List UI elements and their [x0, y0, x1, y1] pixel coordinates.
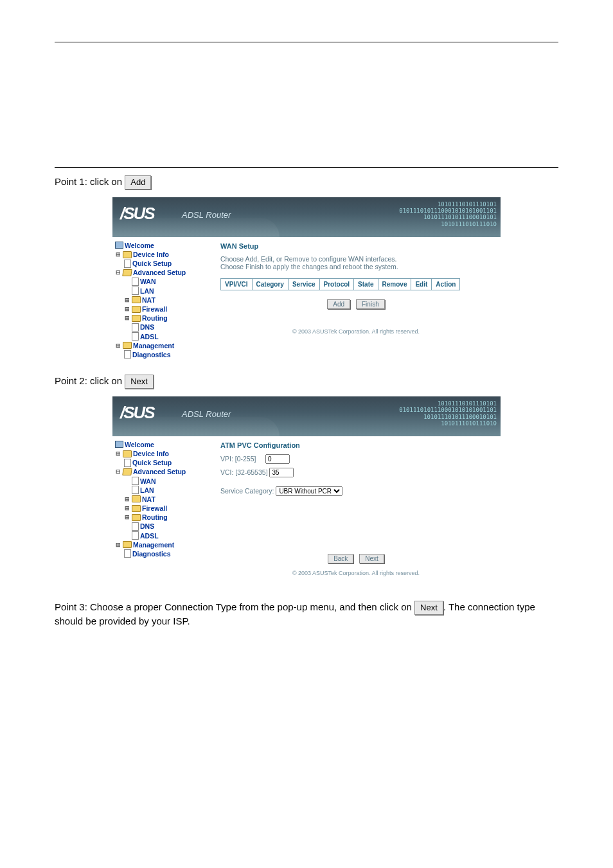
point2-text: Point 2: click on Next [55, 375, 558, 389]
point3-text: Point 3: Choose a proper Connection Type… [55, 601, 558, 628]
copyright: © 2003 ASUSTek Corporation. All rights r… [220, 309, 492, 339]
nav-routing[interactable]: ⊞Routing [115, 513, 211, 522]
page-icon [132, 477, 139, 485]
nav-lan[interactable]: LAN [115, 287, 211, 296]
nav-management[interactable]: ⊞Management [115, 341, 211, 350]
nav-advanced-setup[interactable]: ⊟Advanced Setup [115, 467, 211, 476]
folder-icon [123, 342, 132, 349]
page-icon [124, 459, 131, 467]
point1-text: Point 1: click on Add [55, 175, 558, 190]
page-icon [132, 486, 139, 494]
service-category-label: Service Category: [220, 487, 274, 495]
nav-wan[interactable]: WAN [115, 277, 211, 286]
folder-icon [132, 514, 141, 521]
plus-icon: ⊞ [124, 297, 130, 303]
atm-config-panel: ATM PVC Configuration VPI: [0-255] VCI: … [211, 436, 501, 589]
folder-icon [132, 495, 141, 502]
header-digits: 10101110101110101 0101110101110001010101… [399, 400, 497, 427]
nav-advanced-setup[interactable]: ⊟Advanced Setup [115, 268, 211, 277]
page-header-blank [55, 42, 558, 168]
point1-prefix: Point 1: click on [55, 176, 122, 187]
wan-setup-desc1: Choose Add, Edit, or Remove to configure… [220, 255, 492, 263]
nav-diagnostics[interactable]: Diagnostics [115, 350, 211, 359]
nav-routing[interactable]: ⊞Routing [115, 314, 211, 323]
col-protocol: Protocol [319, 278, 354, 290]
nav-welcome[interactable]: Welcome [115, 241, 211, 250]
header-digits: 10101110101110101 0101110101110001010101… [399, 201, 497, 227]
vci-label: VCI: [32-65535] [220, 468, 268, 476]
folder-open-icon [122, 269, 132, 276]
nav-dns[interactable]: DNS [115, 323, 211, 332]
atm-title: ATM PVC Configuration [220, 441, 492, 449]
nav-lan[interactable]: LAN [115, 486, 211, 495]
nav-tree: Welcome ⊞Device Info Quick Setup ⊟Advanc… [112, 436, 211, 589]
folder-icon [123, 251, 132, 258]
folder-open-icon [122, 468, 132, 475]
nav-diagnostics[interactable]: Diagnostics [115, 549, 211, 558]
wan-setup-title: WAN Setup [220, 242, 492, 250]
nav-device-info[interactable]: ⊞Device Info [115, 449, 211, 458]
minus-icon: ⊟ [115, 269, 121, 276]
plus-icon: ⊞ [124, 306, 130, 312]
monitor-icon [115, 441, 123, 448]
page-icon [132, 278, 139, 286]
vpi-label: VPI: [0-255] [220, 455, 256, 463]
nav-firewall[interactable]: ⊞Firewall [115, 305, 211, 314]
point3-prefix: Point 3: Choose a proper Connection Type… [55, 601, 412, 612]
router-header: /SUS ADSL Router 10101110101110101 01011… [112, 396, 501, 436]
nav-tree: Welcome ⊞Device Info Quick Setup ⊟Advanc… [112, 237, 211, 363]
nav-management[interactable]: ⊞Management [115, 540, 211, 549]
nav-adsl[interactable]: ADSL [115, 531, 211, 540]
folder-icon [132, 296, 141, 303]
folder-icon [123, 450, 132, 457]
nav-nat[interactable]: ⊞NAT [115, 296, 211, 305]
add-button-inline[interactable]: Add [125, 175, 151, 190]
plus-icon: ⊞ [124, 315, 130, 321]
router-header: /SUS ADSL Router 10101110101110101 01011… [112, 197, 501, 237]
minus-icon: ⊟ [115, 468, 121, 475]
wan-add-button[interactable]: Add [327, 299, 350, 309]
page-icon [124, 350, 131, 359]
wan-setup-panel: WAN Setup Choose Add, Edit, or Remove to… [211, 237, 501, 363]
plus-icon: ⊞ [124, 505, 130, 511]
monitor-icon [115, 242, 123, 249]
col-remove: Remove [378, 278, 411, 290]
nav-welcome[interactable]: Welcome [115, 440, 211, 449]
point2-prefix: Point 2: click on [55, 375, 122, 386]
col-service: Service [288, 278, 319, 290]
nav-wan[interactable]: WAN [115, 477, 211, 486]
nav-nat[interactable]: ⊞NAT [115, 495, 211, 504]
folder-icon [123, 541, 132, 548]
page-icon [132, 287, 139, 295]
col-vpivci: VPI/VCI [221, 278, 253, 290]
plus-icon: ⊞ [115, 342, 121, 349]
atm-next-button[interactable]: Next [359, 554, 384, 563]
nav-dns[interactable]: DNS [115, 522, 211, 531]
service-category-select[interactable]: UBR Without PCR [276, 486, 342, 496]
nav-quick-setup[interactable]: Quick Setup [115, 259, 211, 268]
plus-icon: ⊞ [124, 514, 130, 520]
vci-input[interactable] [269, 468, 294, 477]
col-state: State [354, 278, 378, 290]
wan-finish-button[interactable]: Finish [356, 299, 385, 309]
screenshot-atm-config: /SUS ADSL Router 10101110101110101 01011… [112, 396, 501, 589]
nav-firewall[interactable]: ⊞Firewall [115, 504, 211, 513]
plus-icon: ⊞ [115, 542, 121, 548]
next-button-inline-2[interactable]: Next [414, 601, 443, 615]
folder-icon [132, 306, 141, 313]
plus-icon: ⊞ [124, 496, 130, 502]
next-button-inline[interactable]: Next [125, 375, 154, 389]
page-icon [132, 522, 139, 531]
page-icon [124, 260, 131, 268]
wan-table: VPI/VCI Category Service Protocol State … [220, 278, 460, 290]
nav-quick-setup[interactable]: Quick Setup [115, 458, 211, 467]
col-action: Action [432, 278, 460, 290]
nav-adsl[interactable]: ADSL [115, 332, 211, 341]
col-edit: Edit [411, 278, 432, 290]
page-icon [132, 531, 139, 540]
nav-device-info[interactable]: ⊞Device Info [115, 250, 211, 259]
folder-icon [132, 315, 141, 322]
screenshot-wan-setup: /SUS ADSL Router 10101110101110101 01011… [112, 197, 501, 363]
atm-back-button[interactable]: Back [328, 554, 353, 563]
vpi-input[interactable] [265, 454, 290, 464]
